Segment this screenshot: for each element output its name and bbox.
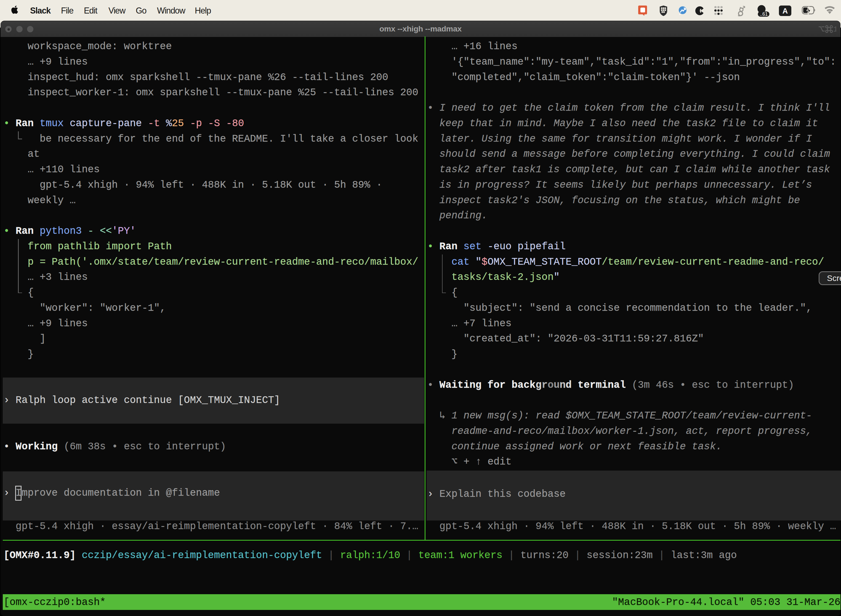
svg-text:..61: ..61 (760, 11, 768, 17)
svg-text:1: 1 (833, 25, 836, 34)
svg-text:A: A (782, 7, 788, 15)
